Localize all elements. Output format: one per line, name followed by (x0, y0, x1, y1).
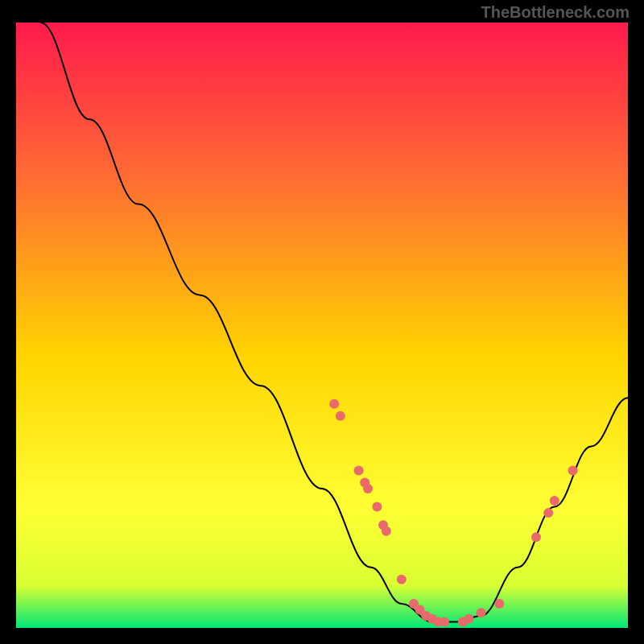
data-marker (550, 496, 559, 506)
chart-container: TheBottleneck.com (0, 0, 644, 644)
data-marker (543, 508, 553, 518)
data-marker (440, 617, 449, 626)
data-marker (363, 484, 373, 493)
data-marker (372, 502, 382, 512)
data-marker (336, 411, 345, 421)
watermark-text: TheBottleneck.com (481, 3, 630, 22)
chart-svg (16, 23, 628, 628)
data-marker (568, 465, 578, 475)
data-marker (354, 465, 364, 475)
data-marker (531, 532, 541, 542)
data-marker (464, 614, 473, 624)
data-marker (477, 608, 486, 617)
data-marker (397, 575, 407, 584)
data-marker (329, 399, 339, 409)
data-marker (494, 599, 504, 609)
data-marker (382, 526, 391, 536)
plot-area (16, 23, 628, 628)
